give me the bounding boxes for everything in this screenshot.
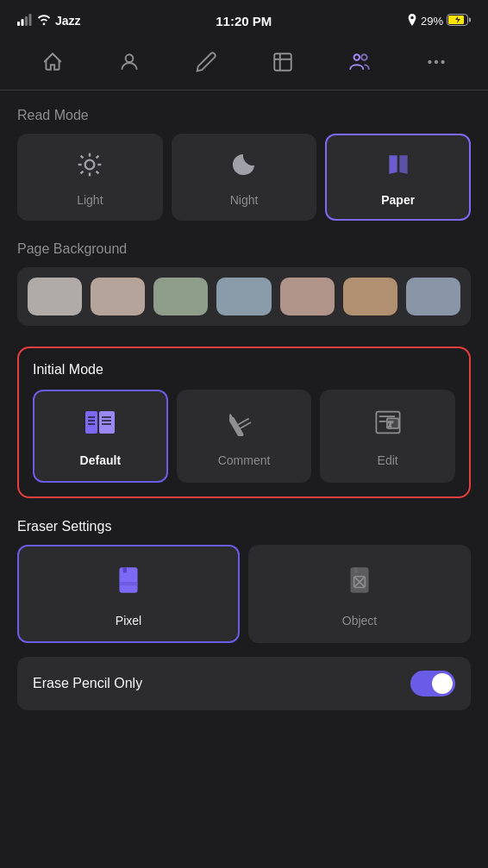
eraser-type-buttons: Pixel Object xyxy=(17,545,471,643)
signal-icon xyxy=(17,14,33,28)
bg-color-swatches xyxy=(17,267,471,326)
color-swatch-3[interactable] xyxy=(216,278,271,315)
main-content: Read Mode Light xyxy=(0,91,488,710)
pixel-eraser-icon xyxy=(112,564,145,603)
erase-pencil-only-toggle[interactable] xyxy=(410,671,455,696)
svg-rect-2 xyxy=(25,16,28,26)
pencil-toolbar-icon[interactable] xyxy=(189,45,223,79)
location-icon xyxy=(407,14,417,28)
edit-button-label: Edit xyxy=(378,453,398,467)
dots-toolbar-icon[interactable] xyxy=(419,45,454,79)
eraser-settings-section: Eraser Settings Pixel xyxy=(17,519,471,710)
read-mode-light-button[interactable]: Light xyxy=(17,134,163,221)
svg-rect-3 xyxy=(29,14,32,26)
light-button-label: Light xyxy=(77,193,103,207)
read-mode-paper-button[interactable]: Paper xyxy=(325,134,471,221)
initial-mode-comment-button[interactable]: Comment xyxy=(177,390,312,483)
initial-mode-edit-button[interactable]: T Edit xyxy=(320,390,455,483)
read-mode-buttons: Light Night Paper xyxy=(17,134,471,221)
frame-toolbar-icon[interactable] xyxy=(266,45,300,79)
color-swatch-5[interactable] xyxy=(343,278,397,315)
initial-mode-default-button[interactable]: Default xyxy=(33,390,168,483)
svg-line-22 xyxy=(97,156,99,159)
svg-rect-38 xyxy=(119,567,137,593)
initial-mode-label: Initial Mode xyxy=(33,362,455,378)
people-toolbar-icon[interactable] xyxy=(342,45,377,79)
edit-mode-icon: T xyxy=(373,409,403,443)
time-label: 11:20 PM xyxy=(216,14,272,28)
svg-line-19 xyxy=(81,156,84,159)
object-eraser-icon xyxy=(343,564,376,603)
page-background-label: Page Background xyxy=(17,241,471,257)
svg-point-9 xyxy=(353,54,360,60)
initial-mode-section: Initial Mode xyxy=(17,347,471,498)
object-button-label: Object xyxy=(342,614,377,628)
night-button-label: Night xyxy=(230,193,259,207)
svg-point-7 xyxy=(125,54,133,62)
svg-line-20 xyxy=(97,172,99,174)
svg-point-13 xyxy=(441,60,444,64)
erase-pencil-only-row[interactable]: Erase Pencil Only xyxy=(17,657,471,710)
svg-point-10 xyxy=(361,54,367,60)
svg-point-11 xyxy=(428,60,431,64)
eraser-settings-label: Eraser Settings xyxy=(17,519,471,534)
svg-rect-39 xyxy=(123,567,127,572)
svg-rect-1 xyxy=(22,19,24,26)
color-swatch-6[interactable] xyxy=(406,278,460,315)
svg-rect-41 xyxy=(350,567,368,593)
eraser-pixel-button[interactable]: Pixel xyxy=(17,545,240,643)
color-swatch-1[interactable] xyxy=(91,278,145,315)
svg-rect-42 xyxy=(354,567,358,572)
initial-mode-buttons: Default Comment xyxy=(33,390,455,483)
moon-icon xyxy=(230,151,258,184)
status-bar: Jazz 11:20 PM 29% xyxy=(0,0,488,38)
battery-area: 29% xyxy=(407,14,471,28)
svg-rect-23 xyxy=(85,411,97,434)
carrier-label: Jazz xyxy=(55,14,81,28)
battery-icon xyxy=(447,14,471,28)
svg-rect-8 xyxy=(274,53,291,71)
comment-mode-icon xyxy=(229,409,259,443)
svg-rect-24 xyxy=(99,411,115,434)
sun-icon xyxy=(76,151,103,184)
person-toolbar-icon[interactable] xyxy=(112,45,147,79)
paper-button-label: Paper xyxy=(381,193,415,207)
svg-point-14 xyxy=(85,160,95,170)
book-icon xyxy=(385,151,412,184)
color-swatch-2[interactable] xyxy=(153,278,208,315)
carrier-signal: Jazz xyxy=(17,14,81,28)
comment-button-label: Comment xyxy=(218,453,271,467)
svg-point-12 xyxy=(434,60,437,64)
color-swatch-4[interactable] xyxy=(280,278,335,315)
eraser-object-button[interactable]: Object xyxy=(248,545,471,643)
read-mode-section: Read Mode Light xyxy=(17,108,471,221)
toolbar xyxy=(0,38,488,91)
pixel-button-label: Pixel xyxy=(116,614,141,628)
battery-percent: 29% xyxy=(421,15,443,28)
svg-rect-40 xyxy=(119,582,137,585)
read-mode-night-button[interactable]: Night xyxy=(172,134,317,221)
read-mode-label: Read Mode xyxy=(17,108,471,123)
default-button-label: Default xyxy=(80,453,121,467)
home-toolbar-icon[interactable] xyxy=(35,45,70,79)
toggle-thumb xyxy=(432,673,453,694)
default-mode-icon xyxy=(84,409,116,443)
color-swatch-0[interactable] xyxy=(28,278,82,315)
svg-line-21 xyxy=(81,172,84,174)
svg-rect-0 xyxy=(17,22,20,26)
page-background-section: Page Background xyxy=(17,241,471,326)
erase-pencil-only-label: Erase Pencil Only xyxy=(33,676,142,691)
wifi-icon xyxy=(36,14,52,28)
